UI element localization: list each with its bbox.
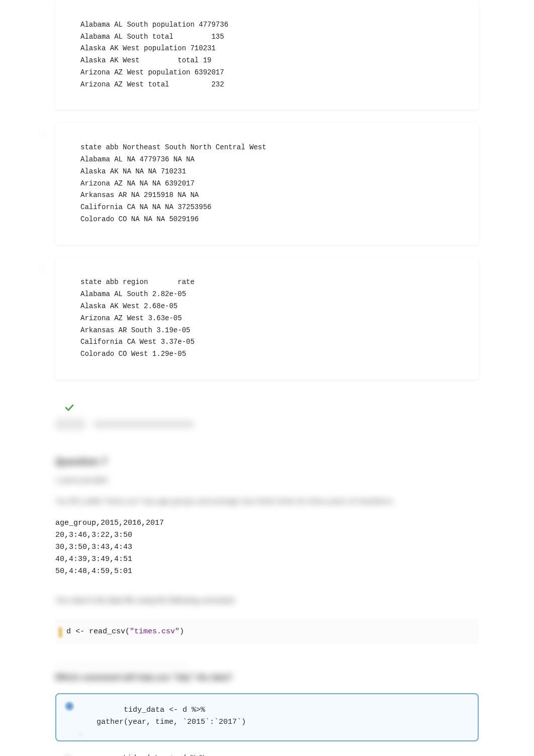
output-line: state abb Northeast South North Central … [80,143,266,151]
answer-code-a: tidy_data <- d %>% gather(year, time, `2… [67,704,467,728]
question-heading: Question 7 [55,456,479,467]
output-line: Alaska AK West 2.68e-05 [80,302,177,310]
output-line: California CA West 3.37e-05 [80,338,195,346]
output-line: Arizona AZ West population 6392017 [80,68,224,76]
correct-check-icon [64,403,74,415]
answer-option-selected[interactable]: tidy_data <- d %>% gather(year, time, `2… [55,693,479,741]
output-block-1: Alabama AL South population 4779736 Alab… [55,0,479,110]
output-line: Colorado CO West 1.29e-05 [80,350,186,358]
output-line: state abb region rate [80,278,195,286]
r-code-block-readcsv: d <- read_csv("times.csv") [55,619,479,644]
output-line: California CA NA NA NA 37253956 [80,203,211,211]
code-text: ) [180,627,184,636]
output-line: Arizona AZ West 3.63e-05 [80,314,182,322]
output-line: Colorado CO NA NA NA 5029196 [80,215,199,223]
output-line: Arkansas AR South 3.19e-05 [80,326,190,334]
answer-code-b: tidy_data <- d %>% [66,752,468,756]
output-line: Alaska AK West population 710231 [80,44,216,52]
code-text: d <- read_csv( [66,627,130,636]
blurred-instruction: You read in the data file using the foll… [55,596,479,604]
option-label-blurred: ○ [40,265,44,272]
blurred-divider-line: ........................................… [55,659,479,667]
option-label-blurred: ○ [40,130,44,137]
output-line: Alabama AL NA 4779736 NA NA [80,155,195,163]
radio-checked-icon [65,702,73,710]
output-line: Arkansas AR NA 2915918 NA NA [80,191,199,199]
code-string: "times.csv" [130,627,180,636]
output-line: Alabama AL South 2.82e-05 [80,290,186,298]
answer-option-unselected[interactable]: tidy_data <- d %>% [55,750,479,756]
output-line: Arizona AZ West total 232 [80,80,224,88]
blurred-points-line: 1 point possible [55,475,479,486]
blurred-context-line: You fill a table "times.csv" has age gro… [55,496,479,507]
output-line: Alabama AL South population 4779736 [80,21,228,29]
output-line: Arizona AZ NA NA NA 6392017 [80,179,195,187]
output-line: Alaska AK NA NA NA 710231 [80,167,186,175]
output-block-3: state abb region rate Alabama AL South 2… [55,258,479,380]
output-line: Alaska AK West total 19 [80,56,211,64]
blurred-save-bar [55,419,479,430]
code-gutter-icon [58,627,62,637]
question-text: Which command will help you "tidy" the d… [55,673,479,682]
output-line: Alabama AL South total 135 [80,33,224,41]
blurred-hint-a: a. [79,731,83,736]
output-block-2: state abb Northeast South North Central … [55,123,479,244]
csv-data-block: age_group,2015,2016,2017 20,3:46,3:22,3:… [55,517,479,578]
